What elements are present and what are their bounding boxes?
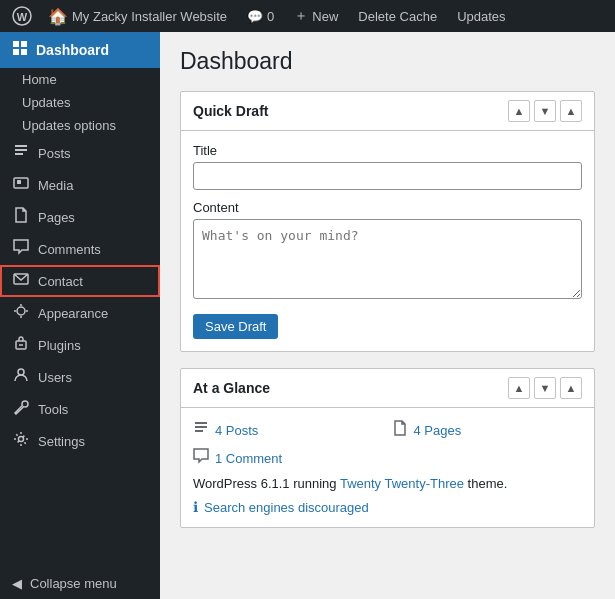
- svg-rect-3: [21, 41, 27, 47]
- plugins-label: Plugins: [38, 338, 81, 353]
- save-draft-button[interactable]: Save Draft: [193, 314, 278, 339]
- site-name: My Zacky Installer Website: [72, 9, 227, 24]
- collapse-icon: ◀: [12, 576, 22, 591]
- tools-label: Tools: [38, 402, 68, 417]
- settings-label: Settings: [38, 434, 85, 449]
- svg-rect-5: [21, 49, 27, 55]
- svg-point-12: [19, 437, 24, 442]
- widget-close-btn[interactable]: ▲: [560, 100, 582, 122]
- settings-icon: [12, 431, 30, 451]
- delete-cache-label: Delete Cache: [358, 9, 437, 24]
- admin-bar-delete-cache[interactable]: Delete Cache: [350, 9, 445, 24]
- collapse-label: Collapse menu: [30, 576, 117, 591]
- appearance-label: Appearance: [38, 306, 108, 321]
- at-a-glance-title: At a Glance: [193, 380, 270, 396]
- appearance-icon: [12, 303, 30, 323]
- widget-controls: ▲ ▼ ▲: [508, 100, 582, 122]
- sidebar-item-pages[interactable]: Pages: [0, 201, 160, 233]
- title-label: Title: [193, 143, 582, 158]
- pages-icon: [12, 207, 30, 227]
- sidebar-item-contact[interactable]: Contact: [0, 265, 160, 297]
- pages-label: Pages: [38, 210, 75, 225]
- wp-info-text: WordPress 6.1.1 running: [193, 476, 340, 491]
- quick-draft-title: Quick Draft: [193, 103, 268, 119]
- search-discouraged-link[interactable]: Search engines discouraged: [204, 500, 369, 515]
- search-discouraged: ℹ Search engines discouraged: [193, 499, 582, 515]
- sidebar-item-updates[interactable]: Updates: [0, 91, 160, 114]
- media-label: Media: [38, 178, 73, 193]
- svg-rect-2: [13, 41, 19, 47]
- users-icon: [12, 367, 30, 387]
- at-a-glance-header: At a Glance ▲ ▼ ▲: [181, 369, 594, 408]
- home-icon: 🏠: [48, 7, 68, 26]
- content-label: Content: [193, 200, 582, 215]
- new-label: New: [312, 9, 338, 24]
- sidebar-item-updates-options[interactable]: Updates options: [0, 114, 160, 137]
- at-a-glance-widget: At a Glance ▲ ▼ ▲ 4 Posts: [180, 368, 595, 528]
- media-icon: [12, 175, 30, 195]
- quick-draft-widget: Quick Draft ▲ ▼ ▲ Title Content Save Dra…: [180, 91, 595, 352]
- svg-rect-4: [13, 49, 19, 55]
- sidebar-item-tools[interactable]: Tools: [0, 393, 160, 425]
- posts-label: Posts: [38, 146, 71, 161]
- theme-link[interactable]: Twenty Twenty-Three: [340, 476, 464, 491]
- quick-draft-header: Quick Draft ▲ ▼ ▲: [181, 92, 594, 131]
- svg-text:W: W: [17, 11, 28, 23]
- tools-icon: [12, 399, 30, 419]
- admin-bar-new[interactable]: ＋ New: [286, 7, 346, 25]
- at-a-glance-collapse-up-btn[interactable]: ▲: [508, 377, 530, 399]
- sidebar-item-media[interactable]: Media: [0, 169, 160, 201]
- title-input[interactable]: [193, 162, 582, 190]
- sidebar-item-home[interactable]: Home: [0, 68, 160, 91]
- content-textarea[interactable]: [193, 219, 582, 299]
- glance-comments: 1 Comment: [193, 448, 582, 468]
- posts-count-link[interactable]: 4 Posts: [215, 423, 258, 438]
- updates-options-nav-label: Updates options: [22, 118, 116, 133]
- updates-label: Updates: [457, 9, 505, 24]
- contact-label: Contact: [38, 274, 83, 289]
- pages-glance-icon: [392, 420, 408, 440]
- admin-bar-updates[interactable]: Updates: [449, 9, 513, 24]
- comments-count-link[interactable]: 1 Comment: [215, 451, 282, 466]
- dashboard-icon: [12, 40, 28, 60]
- wp-logo-icon[interactable]: W: [8, 2, 36, 30]
- home-nav-label: Home: [22, 72, 57, 87]
- pages-count-link[interactable]: 4 Pages: [414, 423, 462, 438]
- at-a-glance-controls: ▲ ▼ ▲: [508, 377, 582, 399]
- plugins-icon: [12, 335, 30, 355]
- sidebar-item-users[interactable]: Users: [0, 361, 160, 393]
- at-a-glance-body: 4 Posts 4 Pages 1 Comment: [181, 408, 594, 527]
- sidebar-dashboard[interactable]: Dashboard: [0, 32, 160, 68]
- users-label: Users: [38, 370, 72, 385]
- comment-bubble-icon: 💬: [247, 9, 263, 24]
- page-title: Dashboard: [180, 48, 595, 75]
- admin-bar-comments[interactable]: 💬 0: [239, 9, 282, 24]
- quick-draft-body: Title Content Save Draft: [181, 131, 594, 351]
- updates-nav-label: Updates: [22, 95, 70, 110]
- sidebar-item-plugins[interactable]: Plugins: [0, 329, 160, 361]
- comments-count: 0: [267, 9, 274, 24]
- posts-icon: [12, 143, 30, 163]
- widget-collapse-up-btn[interactable]: ▲: [508, 100, 530, 122]
- sidebar-item-settings[interactable]: Settings: [0, 425, 160, 457]
- sidebar-item-posts[interactable]: Posts: [0, 137, 160, 169]
- glance-grid: 4 Posts 4 Pages: [193, 420, 582, 440]
- sidebar-item-comments[interactable]: Comments: [0, 233, 160, 265]
- sidebar-collapse[interactable]: ◀ Collapse menu: [0, 568, 160, 599]
- comments-label: Comments: [38, 242, 101, 257]
- svg-rect-7: [17, 180, 21, 184]
- at-a-glance-collapse-down-btn[interactable]: ▼: [534, 377, 556, 399]
- contact-icon: [12, 271, 30, 291]
- content-area: Dashboard Quick Draft ▲ ▼ ▲ Title Conten…: [160, 32, 615, 599]
- comments-glance-icon: [193, 448, 209, 468]
- svg-point-11: [18, 369, 24, 375]
- at-a-glance-close-btn[interactable]: ▲: [560, 377, 582, 399]
- glance-pages: 4 Pages: [392, 420, 583, 440]
- sidebar-item-appearance[interactable]: Appearance: [0, 297, 160, 329]
- theme-suffix: theme.: [464, 476, 507, 491]
- posts-glance-icon: [193, 420, 209, 440]
- glance-posts: 4 Posts: [193, 420, 384, 440]
- widget-collapse-down-btn[interactable]: ▼: [534, 100, 556, 122]
- admin-bar: W 🏠 My Zacky Installer Website 💬 0 ＋ New…: [0, 0, 615, 32]
- admin-bar-site[interactable]: 🏠 My Zacky Installer Website: [40, 7, 235, 26]
